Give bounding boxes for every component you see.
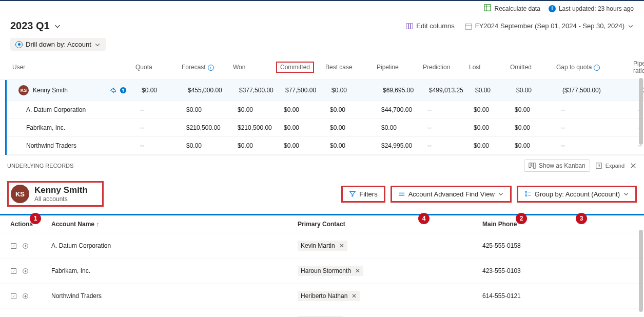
col-primary-contact[interactable]: Primary Contact	[298, 221, 482, 228]
group-icon	[524, 190, 532, 197]
detail-subtitle: All accounts	[34, 195, 88, 203]
list-item[interactable]: Fabrikam, Inc. Haroun Stormonth✕ 423-555…	[0, 258, 644, 283]
table-row[interactable]: Fabrikam, Inc. -- $210,500.00 $210,500.0…	[7, 119, 644, 137]
cell-omitted: $0.00	[516, 87, 562, 94]
cell-quota: --	[140, 142, 186, 149]
edit-columns-button[interactable]: Edit columns	[406, 22, 454, 30]
add-circle-icon[interactable]	[22, 293, 29, 300]
cell-prediction: --	[427, 124, 474, 131]
cell-prediction: --	[427, 106, 474, 113]
recalculate-data-link[interactable]: Recalculate data	[484, 4, 540, 13]
cell-gap: --	[561, 106, 638, 113]
edit-columns-label: Edit columns	[416, 22, 454, 30]
list-item[interactable]: Northwind Traders Heriberto Nathan✕ 614-…	[0, 283, 644, 308]
col-pipeline[interactable]: Pipeline	[375, 62, 421, 73]
table-row[interactable]: Northwind Traders -- $0.00 $0.00 $0.00 $…	[7, 137, 644, 155]
callout-4: 4	[418, 213, 430, 224]
col-main-phone[interactable]: Main Phone	[482, 221, 636, 228]
cell-won: $0.00	[238, 106, 284, 113]
col-user[interactable]: User	[10, 62, 133, 73]
recalculate-label: Recalculate data	[494, 5, 540, 12]
cell-gap: ($377,500.00)	[562, 87, 639, 94]
expand-button[interactable]: Expand	[595, 162, 625, 169]
detail-user-name: Kenny Smith	[34, 185, 88, 195]
filter-icon	[349, 190, 356, 197]
chevron-down-icon	[623, 191, 629, 197]
cell-pipeline: $24,995.00	[381, 142, 427, 149]
cell-bestcase: $0.00	[330, 124, 381, 131]
expand-icon	[595, 162, 602, 169]
cell-quota: --	[140, 106, 186, 113]
col-bestcase[interactable]: Best case	[323, 62, 375, 73]
open-icon[interactable]	[10, 268, 17, 274]
avatar: KS	[11, 185, 29, 203]
kanban-button[interactable]: Show as Kanban	[524, 160, 590, 172]
col-coverage[interactable]: Pipeline coverage ratio	[631, 58, 644, 76]
col-omitted[interactable]: Omitted	[508, 62, 554, 73]
cell-bestcase: $0.00	[330, 142, 381, 149]
cell-committed: $77,500.00	[285, 87, 331, 94]
cell-gap: --	[561, 142, 638, 149]
remove-icon[interactable]: ✕	[339, 242, 344, 249]
cell-quota: $0.00	[142, 87, 188, 94]
open-icon[interactable]	[10, 243, 17, 249]
list-item[interactable]: Trey Research Alex Baker✕ 619-555-0127	[0, 308, 644, 317]
phone: 423-555-0103	[482, 267, 636, 274]
underlying-records-title: UNDERLYING RECORDS	[7, 163, 73, 169]
list-item[interactable]: A. Datum Corporation Kevin Martin✕ 425-5…	[0, 233, 644, 258]
col-committed[interactable]: Committed	[277, 60, 323, 75]
col-won[interactable]: Won	[231, 62, 277, 73]
chevron-down-icon	[94, 42, 101, 48]
remove-icon[interactable]: ✕	[355, 267, 360, 274]
list-icon	[398, 190, 405, 197]
svg-rect-0	[484, 5, 491, 11]
cell-won: $0.00	[238, 142, 284, 149]
col-gap[interactable]: Gap to quotai	[554, 62, 631, 73]
contact-chip[interactable]: Kevin Martin✕	[298, 241, 347, 251]
col-forecast[interactable]: Forecasti	[180, 62, 231, 73]
cell-won: $377,500.00	[239, 87, 285, 94]
last-updated-label: Last updated: 23 hours ago	[559, 5, 634, 12]
groupby-selector[interactable]: Group by: Account (Account)	[517, 186, 637, 203]
drilldown-chip[interactable]: Drill down by: Account	[10, 38, 106, 51]
period-selector[interactable]: 2023 Q1	[10, 20, 61, 32]
add-circle-icon[interactable]	[22, 268, 29, 274]
cell-lost: $0.00	[474, 124, 515, 131]
remove-icon[interactable]: ✕	[352, 292, 357, 300]
open-icon[interactable]	[10, 293, 17, 300]
contact-chip[interactable]: Haroun Stormonth✕	[298, 266, 363, 276]
info-icon[interactable]: i	[208, 65, 214, 71]
arrow-up-circle-icon[interactable]	[120, 87, 127, 94]
cell-omitted: $0.00	[515, 142, 561, 149]
callout-1: 1	[30, 213, 41, 224]
chevron-down-icon	[628, 23, 634, 29]
scrollbar[interactable]	[639, 230, 643, 312]
cell-quota: --	[140, 124, 186, 131]
cell-pipeline: $44,700.00	[381, 106, 427, 113]
scrollbar[interactable]	[639, 78, 643, 145]
col-prediction[interactable]: Prediction	[421, 62, 467, 73]
cell-committed: $0.00	[284, 142, 330, 149]
table-row[interactable]: KS Kenny Smith $0.00 $455,000.00 $377,50…	[5, 80, 644, 101]
daterange-selector[interactable]: FY2024 September (Sep 01, 2024 - Sep 30,…	[465, 22, 634, 30]
contact-chip[interactable]: Heriberto Nathan✕	[298, 291, 360, 301]
close-icon[interactable]	[630, 162, 637, 169]
account-name: A. Datum Corporation	[26, 106, 86, 113]
col-account-name[interactable]: Account Name↑	[51, 221, 298, 228]
table-row[interactable]: A. Datum Corporation -- $0.00 $0.00 $0.0…	[7, 101, 644, 119]
cell-won: $210,500.00	[238, 124, 284, 131]
account-name: Northwind Traders	[26, 142, 76, 149]
account-name: Fabrikam, Inc.	[51, 267, 298, 274]
calendar-icon	[465, 23, 472, 30]
cell-prediction: $499,013.25	[429, 87, 475, 94]
info-icon[interactable]: i	[594, 65, 600, 71]
add-circle-icon[interactable]	[22, 243, 29, 249]
col-quota[interactable]: Quota	[133, 62, 180, 73]
col-lost[interactable]: Lost	[467, 62, 508, 73]
share-icon[interactable]	[109, 87, 116, 94]
view-selector[interactable]: Account Advanced Find View	[391, 186, 512, 203]
svg-rect-16	[525, 192, 527, 193]
filters-button[interactable]: Filters	[341, 186, 385, 203]
chevron-down-icon	[54, 23, 61, 30]
cell-pipeline: $0.00	[381, 124, 427, 131]
